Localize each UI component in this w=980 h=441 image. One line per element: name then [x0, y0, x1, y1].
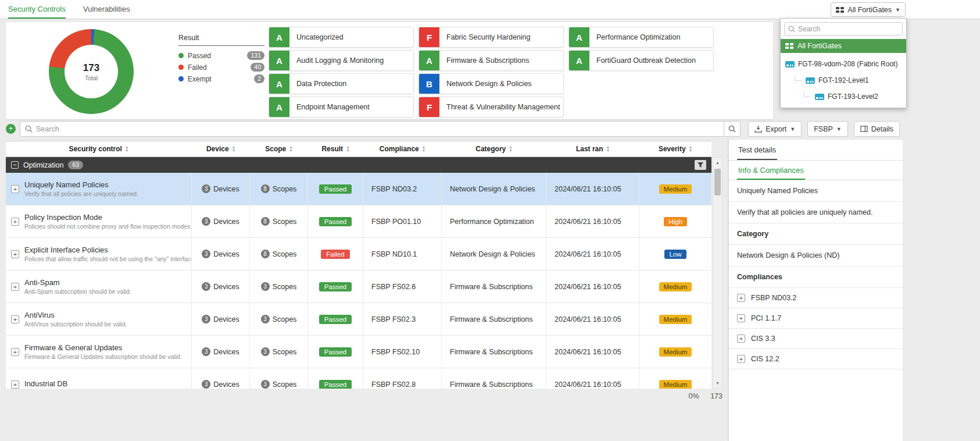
expand-compliance-icon[interactable]: + — [737, 355, 745, 363]
search-input[interactable] — [36, 125, 719, 133]
expand-compliance-icon[interactable]: + — [737, 314, 745, 322]
table-row[interactable]: + Firmware & General Updates Firmware & … — [6, 336, 711, 368]
dropdown-search-input[interactable] — [798, 25, 899, 33]
column-header[interactable]: Category ▲▼ — [442, 145, 546, 153]
expand-row-icon[interactable]: + — [11, 315, 19, 323]
result-cell: Passed — [308, 271, 363, 303]
category-label: Network Design & Policies — [439, 80, 532, 88]
column-header[interactable]: Device ▲▼ — [192, 145, 250, 153]
expand-row-icon[interactable]: + — [11, 348, 19, 356]
category-card[interactable]: A Firmware & Subscriptions — [419, 50, 564, 71]
fortigates-cluster-icon — [785, 42, 793, 49]
severity-cell: Low — [639, 238, 711, 270]
standard-select[interactable]: FSBP ▼ — [807, 121, 848, 137]
legend-item[interactable]: Exempt 2 — [178, 74, 264, 83]
device-cell: 3 Devices — [192, 238, 250, 270]
grade-badge: A — [269, 97, 289, 117]
control-subtitle: Anti-Spam subscription should be valid. — [24, 288, 131, 295]
device-unit-label: Devices — [213, 348, 239, 356]
column-header[interactable]: Last ran ▲▼ — [546, 145, 639, 153]
all-fortigates-label: All FortiGates — [797, 42, 842, 50]
category-card[interactable]: F Fabric Security Hardening — [419, 27, 564, 48]
device-unit-label: Devices — [213, 218, 239, 226]
legend-item[interactable]: Passed 131 — [178, 51, 264, 60]
table-row[interactable]: + Policy Inspection Mode Policies should… — [6, 205, 711, 238]
column-header[interactable]: Severity ▲▼ — [639, 145, 711, 153]
fortigate-tree-item[interactable]: FGT-193-Level2 — [781, 88, 906, 105]
scope-unit-label: Scopes — [273, 315, 297, 323]
tab-vulnerabilities[interactable]: Vulnerabilities — [83, 0, 130, 19]
column-header[interactable]: Scope ▲▼ — [250, 145, 308, 153]
severity-badge: Medium — [659, 315, 692, 324]
column-header[interactable]: Compliance ▲▼ — [363, 145, 442, 153]
category-card[interactable]: A FortiGuard Outbreak Detection — [568, 50, 714, 71]
group-row-optimization[interactable]: − Optimization 63 — [6, 157, 711, 173]
category-card[interactable]: A Uncategorized — [269, 27, 414, 48]
scope-unit-label: Scopes — [273, 250, 297, 258]
category-card[interactable]: A Performance Optimization — [568, 27, 714, 48]
add-filter-button[interactable]: + — [6, 124, 16, 134]
scroll-up-button[interactable]: ▲ — [713, 158, 722, 168]
dropdown-search-field[interactable] — [784, 22, 903, 35]
export-button[interactable]: Export ▼ — [748, 121, 802, 137]
scroll-down-button[interactable]: ▼ — [713, 378, 722, 388]
compliance-item[interactable]: + CIS 3.3 — [729, 329, 903, 349]
category-card[interactable]: A Endpoint Management — [269, 97, 414, 118]
category-card[interactable]: F Threat & Vulnerability Management — [419, 97, 564, 118]
column-filter-button[interactable] — [695, 160, 706, 170]
compliance-item[interactable]: + CIS 12.2 — [729, 349, 903, 369]
scrollbar-thumb[interactable] — [714, 169, 721, 195]
expand-compliance-icon[interactable]: + — [737, 294, 745, 302]
tab-security-controls[interactable]: Security Controls — [8, 0, 66, 19]
table-row[interactable]: + AntiVirus AntiVirus subscription shoul… — [6, 303, 711, 336]
details-panel: Test details Info & Compliances Uniquely… — [728, 140, 903, 441]
compliance-item[interactable]: + PCI 1.1.7 — [729, 308, 903, 329]
fortigate-selector-button[interactable]: All FortiGates ▼ — [831, 2, 906, 17]
dropdown-all-fortigates-option[interactable]: All FortiGates — [781, 39, 906, 53]
device-count-badge: 3 — [202, 282, 210, 291]
fortigate-tree-item[interactable]: FGT-98-vdom-208 (Fabric Root) — [781, 56, 906, 72]
search-submit-button[interactable] — [724, 121, 741, 137]
compliance-item[interactable]: + FSBP ND03.2 — [729, 288, 903, 308]
expand-row-icon[interactable]: + — [11, 283, 19, 291]
collapse-group-icon[interactable]: − — [11, 161, 19, 169]
device-unit-label: Devices — [213, 185, 239, 193]
legend-item[interactable]: Failed 40 — [178, 63, 264, 72]
expand-row-icon[interactable]: + — [11, 218, 19, 226]
table-row[interactable]: + Anti-Spam Anti-Spam subscription shoul… — [6, 271, 711, 303]
table-row[interactable]: + Industrial DB 3 Devices 3 Scopes Passe… — [6, 368, 711, 389]
expand-row-icon[interactable]: + — [11, 380, 19, 389]
export-icon — [754, 125, 762, 133]
scope-cell: 3 Scopes — [250, 271, 308, 303]
last-ran-cell: 2024/06/21 16:10:05 — [546, 336, 639, 368]
category-card[interactable]: A Audit Logging & Monitoring — [269, 50, 414, 71]
device-unit-label: Devices — [213, 283, 239, 291]
compliance-item-label: CIS 3.3 — [751, 335, 775, 343]
control-title: Explicit Interface Policies — [24, 246, 191, 254]
group-count-badge: 63 — [68, 161, 83, 169]
category-card[interactable]: A Data Protection — [269, 73, 414, 94]
control-subtitle: Verify that all policies are uniquely na… — [24, 190, 138, 197]
expand-compliance-icon[interactable]: + — [737, 335, 745, 343]
details-toggle-button[interactable]: Details — [854, 121, 900, 137]
chevron-down-icon: ▼ — [790, 126, 795, 132]
column-header[interactable]: Security control ▲▼ — [6, 145, 192, 153]
vertical-scrollbar[interactable]: ▲ ▼ — [713, 157, 723, 389]
device-count-badge: 3 — [202, 347, 210, 356]
compliance-cell: FSBP ND03.2 — [363, 173, 442, 205]
column-header[interactable]: Result ▲▼ — [308, 145, 363, 153]
fortigate-tree-item[interactable]: FGT-192-Level1 — [781, 72, 906, 88]
category-card[interactable]: B Network Design & Policies — [419, 73, 564, 94]
table-row[interactable]: + Explicit Interface Policies Polices th… — [6, 238, 711, 271]
tab-info-compliances[interactable]: Info & Compliances — [737, 161, 805, 180]
table-row[interactable]: + Uniquely Named Policies Verify that al… — [6, 173, 711, 205]
control-title: Policy Inspection Mode — [24, 213, 191, 222]
sort-icon: ▲▼ — [289, 145, 292, 152]
page-tabs: Security Controls Vulnerabilities — [0, 0, 130, 19]
search-field[interactable] — [20, 121, 724, 137]
last-ran-cell: 2024/06/21 16:10:05 — [546, 238, 639, 270]
expand-row-icon[interactable]: + — [11, 250, 19, 258]
tab-test-details[interactable]: Test details — [737, 140, 777, 160]
expand-row-icon[interactable]: + — [11, 185, 19, 193]
column-header-label: Security control — [69, 145, 122, 153]
